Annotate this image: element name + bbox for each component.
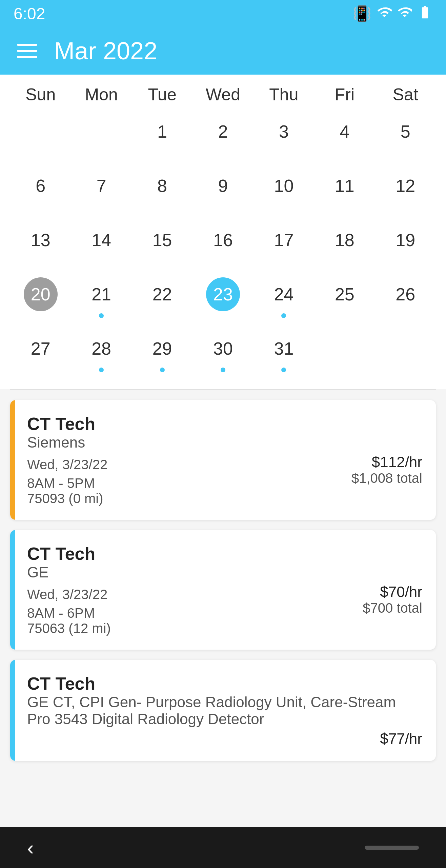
day-header-fri: Fri	[314, 85, 375, 104]
calendar-cell-7[interactable]: 7	[71, 162, 131, 216]
bottom-navigation: ‹	[0, 827, 446, 868]
calendar-cell-5[interactable]: 5	[375, 108, 436, 162]
job-location-2: 75063 (12 mi)	[27, 621, 111, 636]
job-card-content-3: CT Tech GE CT, CPI Gen- Purpose Radiolog…	[17, 673, 422, 747]
calendar-cell-9[interactable]: 9	[192, 162, 253, 216]
day-header-sat: Sat	[375, 85, 436, 104]
day-header-thu: Thu	[254, 85, 314, 104]
status-time: 6:02	[14, 4, 45, 23]
job-rate-3: $77/hr	[380, 730, 422, 747]
calendar-cell-21[interactable]: 21	[71, 271, 131, 325]
battery-icon	[418, 5, 432, 23]
calendar-cell-25[interactable]: 25	[314, 271, 375, 325]
job-rate-block-2: $70/hr $700 total	[363, 584, 422, 616]
calendar-cell-6[interactable]: 6	[10, 162, 71, 216]
day-header-mon: Mon	[71, 85, 131, 104]
calendar-cell-1[interactable]: 1	[132, 108, 192, 162]
calendar-cell-12[interactable]: 12	[375, 162, 436, 216]
job-location-1: 75093 (0 mi)	[27, 491, 107, 506]
calendar-cell-29[interactable]: 29	[132, 325, 192, 379]
calendar-cell-30[interactable]: 30	[192, 325, 253, 379]
job-card-content-2: CT Tech GE Wed, 3/23/22 8AM - 6PM 75063 …	[17, 544, 422, 636]
job-card-accent-3	[10, 660, 15, 761]
job-date-1: Wed, 3/23/22	[27, 457, 107, 472]
job-card-1[interactable]: CT Tech Siemens Wed, 3/23/22 8AM - 5PM 7…	[10, 400, 436, 520]
job-pricing-3: $77/hr	[27, 730, 422, 747]
job-time-2: 8AM - 6PM	[27, 606, 111, 621]
calendar-cell-13[interactable]: 13	[10, 216, 71, 271]
calendar: Sun Mon Tue Wed Thu Fri Sat 1 2 3 4 5 6 …	[0, 75, 446, 389]
calendar-cell-28[interactable]: 28	[71, 325, 131, 379]
job-title-2: CT Tech	[27, 544, 422, 564]
job-list: CT Tech Siemens Wed, 3/23/22 8AM - 5PM 7…	[0, 390, 446, 771]
job-card-content-1: CT Tech Siemens Wed, 3/23/22 8AM - 5PM 7…	[17, 414, 422, 506]
calendar-cell-11[interactable]: 11	[314, 162, 375, 216]
calendar-cell-22[interactable]: 22	[132, 271, 192, 325]
signal-icon	[397, 5, 412, 23]
day-headers: Sun Mon Tue Wed Thu Fri Sat	[10, 75, 436, 108]
calendar-cell-18[interactable]: 18	[314, 216, 375, 271]
calendar-cell-4[interactable]: 4	[314, 108, 375, 162]
calendar-cell-empty	[71, 108, 131, 162]
calendar-cell-20[interactable]: 20	[10, 271, 71, 325]
calendar-cell-31[interactable]: 31	[254, 325, 314, 379]
job-datetime-2: Wed, 3/23/22 8AM - 6PM 75063 (12 mi)	[27, 584, 111, 636]
calendar-week-5: 27 28 29 30 31	[10, 325, 436, 379]
job-company-1: Siemens	[27, 434, 422, 451]
calendar-week-4: 20 21 22 23 24 25 26	[10, 271, 436, 325]
day-header-sun: Sun	[10, 85, 71, 104]
calendar-cell-19[interactable]: 19	[375, 216, 436, 271]
calendar-cell-17[interactable]: 17	[254, 216, 314, 271]
job-datetime-1: Wed, 3/23/22 8AM - 5PM 75093 (0 mi)	[27, 454, 107, 506]
calendar-cell-24[interactable]: 24	[254, 271, 314, 325]
job-card-2[interactable]: CT Tech GE Wed, 3/23/22 8AM - 6PM 75063 …	[10, 530, 436, 650]
menu-button[interactable]	[17, 44, 37, 58]
vibrate-icon: 📳	[353, 5, 371, 22]
job-title-1: CT Tech	[27, 414, 422, 434]
calendar-week-1: 1 2 3 4 5	[10, 108, 436, 162]
job-date-2: Wed, 3/23/22	[27, 587, 111, 602]
wifi-icon	[377, 5, 392, 23]
calendar-cell-26[interactable]: 26	[375, 271, 436, 325]
job-rate-block-1: $112/hr $1,008 total	[351, 454, 422, 486]
calendar-cell-empty-end2	[375, 325, 436, 379]
header-title: Mar 2022	[54, 37, 157, 65]
calendar-week-3: 13 14 15 16 17 18 19	[10, 216, 436, 271]
calendar-cell-15[interactable]: 15	[132, 216, 192, 271]
job-time-1: 8AM - 5PM	[27, 476, 107, 491]
job-total-2: $700 total	[363, 600, 422, 616]
calendar-cell-2[interactable]: 2	[192, 108, 253, 162]
job-rate-1: $112/hr	[351, 454, 422, 471]
header: Mar 2022	[0, 27, 446, 75]
job-title-3: CT Tech	[27, 673, 422, 694]
calendar-cell-3[interactable]: 3	[254, 108, 314, 162]
calendar-cell-27[interactable]: 27	[10, 325, 71, 379]
status-bar: 6:02 📳	[0, 0, 446, 27]
job-company-3: GE CT, CPI Gen- Purpose Radiology Unit, …	[27, 694, 422, 728]
job-total-1: $1,008 total	[351, 471, 422, 486]
day-header-tue: Tue	[132, 85, 192, 104]
home-pill[interactable]	[365, 846, 419, 850]
calendar-cell-16[interactable]: 16	[192, 216, 253, 271]
calendar-cell-empty-end1	[314, 325, 375, 379]
day-header-wed: Wed	[192, 85, 253, 104]
calendar-cell-23[interactable]: 23	[192, 271, 253, 325]
calendar-cell-empty	[10, 108, 71, 162]
calendar-cell-8[interactable]: 8	[132, 162, 192, 216]
job-card-accent-2	[10, 530, 15, 650]
job-rate-2: $70/hr	[363, 584, 422, 600]
calendar-cell-10[interactable]: 10	[254, 162, 314, 216]
job-card-accent-1	[10, 400, 15, 520]
status-icons: 📳	[353, 5, 432, 23]
job-company-2: GE	[27, 564, 422, 581]
calendar-cell-14[interactable]: 14	[71, 216, 131, 271]
job-pricing-1: Wed, 3/23/22 8AM - 5PM 75093 (0 mi) $112…	[27, 454, 422, 506]
job-pricing-2: Wed, 3/23/22 8AM - 6PM 75063 (12 mi) $70…	[27, 584, 422, 636]
calendar-week-2: 6 7 8 9 10 11 12	[10, 162, 436, 216]
back-button[interactable]: ‹	[27, 836, 34, 860]
job-card-3[interactable]: CT Tech GE CT, CPI Gen- Purpose Radiolog…	[10, 660, 436, 761]
job-rate-block-3: $77/hr	[380, 730, 422, 747]
